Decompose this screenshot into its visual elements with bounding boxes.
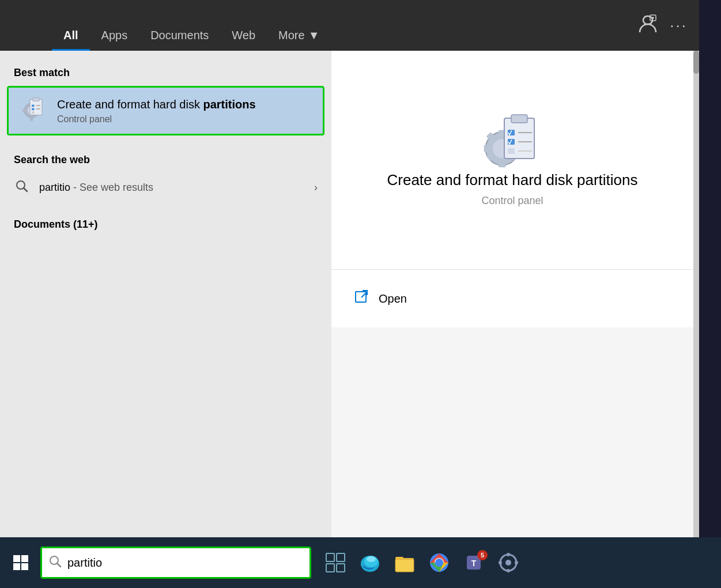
svg-line-18: [24, 188, 27, 191]
web-search-query: partitio - See web results: [39, 182, 305, 194]
svg-line-44: [57, 563, 61, 567]
documents-section: Documents (11+): [0, 207, 331, 242]
best-match-title: Create and format hard disk partitions: [57, 97, 311, 112]
start-button[interactable]: [6, 548, 36, 578]
svg-rect-37: [356, 292, 366, 302]
search-icon: [14, 180, 30, 195]
tab-all[interactable]: All: [52, 22, 90, 51]
account-icon-button[interactable]: [637, 14, 658, 37]
svg-text:T: T: [471, 559, 477, 568]
tab-more[interactable]: More ▼: [267, 22, 331, 51]
right-app-title: Create and format hard disk partitions: [387, 171, 638, 189]
best-match-text: Create and format hard disk partitions C…: [57, 97, 311, 125]
arrow-right-icon: ›: [314, 182, 318, 194]
svg-point-65: [515, 561, 518, 564]
chrome-button[interactable]: [424, 548, 454, 578]
search-nav: All Apps Documents Web More ▼ ···: [0, 0, 699, 51]
best-match-subtitle: Control panel: [57, 114, 311, 125]
svg-point-63: [507, 569, 510, 572]
svg-rect-16: [32, 112, 35, 114]
svg-point-62: [507, 553, 510, 556]
svg-rect-41: [13, 563, 20, 570]
left-panel: Best match: [0, 51, 331, 537]
nav-actions: ···: [637, 14, 688, 37]
svg-rect-8: [22, 109, 26, 112]
svg-point-57: [435, 559, 443, 567]
taskbar: T 5: [0, 537, 721, 588]
svg-rect-7: [30, 118, 33, 121]
task-view-button[interactable]: [320, 548, 350, 578]
open-action[interactable]: Open: [354, 284, 670, 314]
right-app-subtitle: Control panel: [481, 195, 543, 207]
open-label: Open: [379, 292, 407, 306]
taskbar-search-box[interactable]: [40, 546, 311, 579]
svg-rect-47: [326, 564, 334, 572]
web-search-section: Search the web partitio - See web result…: [0, 135, 331, 207]
svg-rect-12: [32, 105, 35, 107]
svg-rect-30: [511, 115, 527, 123]
svg-point-64: [499, 561, 502, 564]
notification-badge: 5: [477, 550, 488, 560]
svg-rect-23: [484, 145, 490, 152]
svg-rect-48: [337, 564, 345, 572]
file-explorer-button[interactable]: [390, 548, 420, 578]
svg-rect-46: [337, 553, 345, 561]
search-panel: All Apps Documents Web More ▼ ···: [0, 0, 699, 537]
svg-rect-14: [32, 108, 35, 111]
svg-rect-54: [395, 559, 414, 572]
svg-rect-22: [499, 161, 506, 167]
open-icon: [354, 289, 369, 308]
search-glass-icon: [49, 555, 62, 571]
disk-management-icon-small: [20, 97, 48, 125]
svg-rect-35: [508, 148, 515, 154]
settings-button[interactable]: [493, 548, 523, 578]
taskbar-search-input[interactable]: [67, 556, 303, 570]
documents-label: Documents (11+): [14, 214, 318, 235]
svg-rect-11: [33, 98, 40, 101]
right-panel: Create and format hard disk partitions C…: [331, 51, 693, 537]
web-search-item[interactable]: partitio - See web results ›: [14, 173, 318, 202]
disk-management-icon-large: [484, 114, 541, 171]
more-options-button[interactable]: ···: [670, 17, 688, 35]
edge-button[interactable]: [355, 548, 385, 578]
svg-rect-45: [326, 553, 334, 561]
svg-point-61: [505, 560, 511, 566]
right-actions: Open: [331, 270, 693, 327]
best-match-label: Best match: [0, 62, 331, 86]
teams-button[interactable]: T 5: [459, 548, 489, 578]
tab-apps[interactable]: Apps: [90, 22, 139, 51]
svg-rect-0: [643, 16, 652, 24]
web-search-label: Search the web: [14, 149, 318, 173]
svg-rect-40: [21, 555, 28, 562]
tab-web[interactable]: Web: [220, 22, 267, 51]
chevron-down-icon: ▼: [308, 29, 320, 42]
tab-documents[interactable]: Documents: [139, 22, 220, 51]
svg-rect-42: [21, 563, 28, 570]
svg-rect-39: [13, 555, 20, 562]
best-match-item[interactable]: Create and format hard disk partitions C…: [7, 86, 324, 135]
search-content: Best match: [0, 51, 699, 537]
scrollbar[interactable]: [693, 51, 699, 537]
right-detail: Create and format hard disk partitions C…: [331, 51, 693, 270]
svg-point-51: [367, 556, 376, 562]
